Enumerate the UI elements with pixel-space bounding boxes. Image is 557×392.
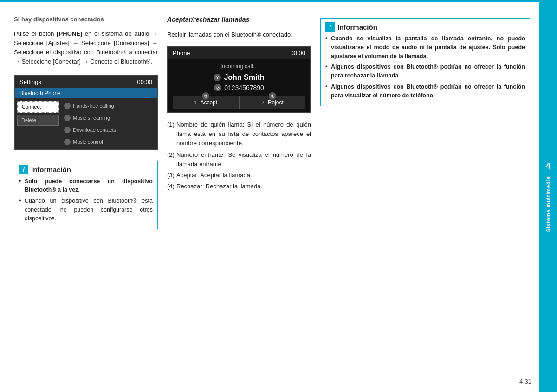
phone-screen-time: 00:00 bbox=[290, 50, 305, 57]
right-info-header: i Información bbox=[325, 22, 525, 32]
musicctrl-icon bbox=[64, 139, 71, 145]
reject-circle: ④ bbox=[269, 92, 276, 100]
middle-column: Aceptar/rechazar llamadas Recibir llamad… bbox=[167, 16, 311, 383]
phone-caller-name: John Smith bbox=[224, 73, 264, 82]
screen-subheader: Bluetooth Phone bbox=[15, 88, 157, 98]
phone-screen-title: Phone bbox=[173, 50, 190, 57]
left-info-title: Información bbox=[31, 166, 71, 174]
screen-menu-left: Connect Delete bbox=[17, 101, 59, 147]
phone-screen-header: Phone 00:00 bbox=[168, 47, 310, 59]
screen-option-musicctrl: Music control bbox=[61, 137, 155, 147]
phone-screen-mockup: Phone 00:00 Incoming call... ① John Smit… bbox=[167, 46, 311, 113]
chapter-number: 4 bbox=[546, 161, 551, 171]
main-content: Si hay dispositivos conectados Pulse el … bbox=[0, 2, 539, 392]
screen-header: Settings 00:00 bbox=[15, 76, 157, 88]
numbered-list: (1) Nombre de quién llama: Si el número … bbox=[167, 120, 311, 193]
screen-menu-right: Hands-free calling Music streaming Downl… bbox=[61, 101, 155, 147]
left-section-heading: Si hay dispositivos conectados bbox=[14, 16, 158, 23]
screen-body: Connect Delete Hands-free calling Music … bbox=[15, 98, 157, 149]
right-column: i Información Cuando se visualiza la pan… bbox=[320, 16, 530, 383]
phone-screen-body: Incoming call... ① John Smith ② 01234567… bbox=[168, 59, 310, 112]
phone-number: 01234567890 bbox=[224, 84, 264, 91]
screen-menu-connect[interactable]: Connect bbox=[17, 101, 59, 113]
numbered-item-2: (2) Número entrante: Se visualiza el núm… bbox=[167, 150, 311, 169]
screen-option-contacts: Download contacts bbox=[61, 125, 155, 135]
handsfree-label: Hands-free calling bbox=[73, 103, 114, 109]
music-icon bbox=[64, 115, 71, 121]
contacts-label: Download contacts bbox=[73, 127, 116, 133]
circle-2: ② bbox=[214, 84, 221, 91]
info-icon-right: i bbox=[325, 22, 335, 32]
right-info-item-1: Cuando se visualiza la pantalla de llama… bbox=[325, 34, 525, 60]
chapter-label: Sistema multimedia bbox=[545, 176, 551, 232]
reject-button[interactable]: ④ 2 Reject bbox=[239, 96, 305, 109]
accept-btn-label: Accept bbox=[200, 99, 217, 106]
left-column: Si hay dispositivos conectados Pulse el … bbox=[14, 16, 158, 383]
phone-action-buttons: ③ 1 Accept ④ 2 Reject bbox=[173, 96, 305, 109]
right-info-box: i Información Cuando se visualiza la pan… bbox=[320, 18, 530, 106]
left-info-item-1: Solo puede conectarse un dispositivo Blu… bbox=[19, 177, 153, 195]
reject-btn-num: 2 bbox=[261, 100, 264, 105]
middle-section-heading: Aceptar/rechazar llamadas bbox=[167, 16, 311, 23]
left-body-text: Pulse el botón [PHONE] en el sistema de … bbox=[14, 29, 158, 67]
phone-number-row: ② 01234567890 bbox=[173, 84, 305, 91]
chapter-sidebar: 4 Sistema multimedia bbox=[539, 2, 557, 392]
right-info-item-3: Algunos dispositivos con Bluetooth® podr… bbox=[325, 83, 525, 100]
settings-screen-mockup: Settings 00:00 Bluetooth Phone Connect D… bbox=[14, 75, 158, 150]
left-info-header: i Información bbox=[19, 165, 153, 174]
circle-1: ① bbox=[214, 74, 221, 81]
handsfree-icon bbox=[64, 103, 71, 109]
left-info-list: Solo puede conectarse un dispositivo Blu… bbox=[19, 177, 153, 223]
music-label: Music streaming bbox=[73, 115, 110, 121]
phone-incoming-text: Incoming call... bbox=[173, 63, 305, 70]
right-info-title: Información bbox=[337, 23, 377, 31]
middle-body-text: Recibir llamadas con el Bluetooth® conec… bbox=[167, 30, 311, 39]
accept-circle: ③ bbox=[202, 92, 209, 100]
numbered-item-3: (3) Aceptar: Aceptar la llamada. bbox=[167, 171, 311, 180]
phone-keyword: [PHONE] bbox=[57, 30, 82, 37]
numbered-item-4: (4) Rechazar: Rechazar la llamada. bbox=[167, 182, 311, 191]
reject-btn-label: Reject bbox=[268, 99, 284, 106]
left-info-item-2: Cuando un dispositivo con Bluetooth® est… bbox=[19, 197, 153, 223]
right-info-item-2: Algunos dispositivos con Bluetooth® podr… bbox=[325, 63, 525, 80]
left-info-box: i Información Solo puede conectarse un d… bbox=[14, 161, 158, 230]
accept-btn-num: 1 bbox=[194, 100, 197, 105]
page-number: 4-31 bbox=[519, 378, 531, 385]
numbered-item-1: (1) Nombre de quién llama: Si el número … bbox=[167, 120, 311, 148]
screen-title: Settings bbox=[19, 78, 41, 85]
screen-option-handsfree: Hands-free calling bbox=[61, 101, 155, 111]
right-info-list: Cuando se visualiza la pantalla de llama… bbox=[325, 34, 525, 100]
screen-option-music: Music streaming bbox=[61, 113, 155, 123]
contacts-icon bbox=[64, 127, 71, 133]
phone-name-row: ① John Smith bbox=[173, 73, 305, 82]
screen-menu-delete[interactable]: Delete bbox=[17, 115, 59, 126]
accept-button[interactable]: ③ 1 Accept bbox=[173, 96, 239, 109]
info-icon-left: i bbox=[19, 165, 28, 174]
screen-time: 00:00 bbox=[137, 78, 152, 85]
musicctrl-label: Music control bbox=[73, 139, 103, 145]
